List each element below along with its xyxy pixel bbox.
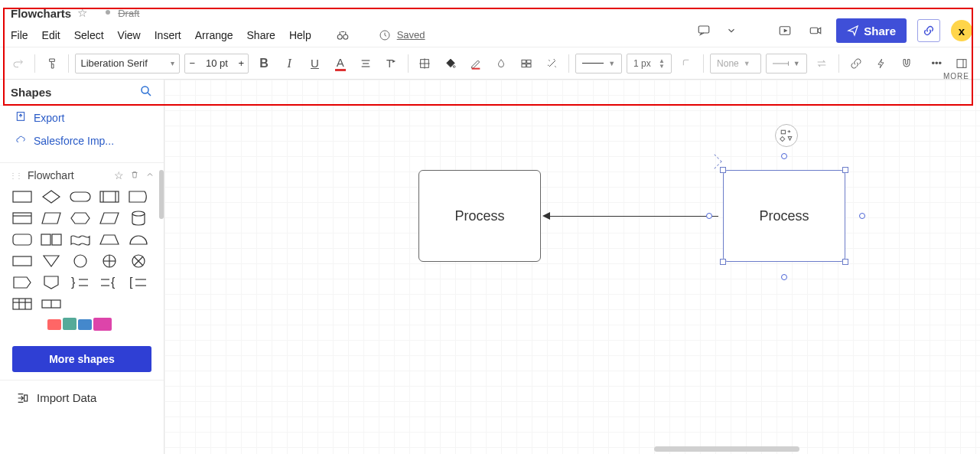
saved-status[interactable]: Saved [379,29,425,41]
line-width-select[interactable]: 1 px▲▼ [627,54,672,73]
chevron-up-icon[interactable] [145,169,155,181]
connection-handle-e[interactable] [859,213,865,219]
action-icon[interactable] [871,53,891,74]
video-icon[interactable] [806,21,825,41]
horizontal-scrollbar[interactable] [654,446,799,452]
canvas-shape-process-2[interactable]: Process [723,170,845,262]
font-size-increase[interactable]: + [234,57,248,69]
italic-button[interactable]: I [279,53,300,74]
menu-insert[interactable]: Insert [155,29,181,41]
section-flowchart[interactable]: ⋮⋮ Flowchart ☆ [0,163,164,186]
pin-icon[interactable]: ☆ [114,169,124,181]
link-icon[interactable] [845,53,866,74]
line-color-button[interactable] [465,53,486,74]
shape-table[interactable] [11,296,34,312]
shape-triangle-down[interactable] [40,253,63,269]
shape-brace-right[interactable]: } [69,275,92,290]
more-dots-icon[interactable]: ••• [926,53,947,74]
shape-frame-icon[interactable] [415,53,435,74]
shape-bracket[interactable]: [ [127,275,150,290]
shape-diamond[interactable] [40,189,63,204]
menu-help[interactable]: Help [289,29,311,41]
canvas-area[interactable]: Process Process [164,80,980,454]
shape-predefined[interactable] [98,189,121,204]
shape-sum[interactable] [98,253,121,269]
menu-file[interactable]: File [11,29,28,41]
magnet-icon[interactable] [896,53,917,74]
shape-tape[interactable] [69,232,92,247]
search-icon[interactable] [139,84,153,101]
sidebar-item-salesforce[interactable]: Salesforce Imp... [0,129,164,152]
font-size-stepper[interactable]: − 10 pt + [184,54,249,73]
shape-library-icon[interactable] [516,53,537,74]
line-style-select[interactable]: ▼ [575,54,622,73]
menu-view[interactable]: View [118,29,141,41]
shape-table2[interactable] [40,296,63,312]
opacity-icon[interactable] [490,53,511,74]
panel-toggle-icon[interactable] [952,53,972,74]
redo-icon[interactable] [8,53,28,74]
more-shapes-button[interactable]: More shapes [12,346,151,372]
menu-edit[interactable]: Edit [42,29,60,41]
shape-pentagon[interactable] [11,275,34,290]
bold-button[interactable]: B [253,53,274,74]
trash-icon[interactable] [130,169,139,181]
shape-circle[interactable] [69,253,92,269]
font-size-decrease[interactable]: − [185,57,199,69]
close-button[interactable]: x [951,20,972,41]
shape-brace-left[interactable]: { [98,275,121,290]
shape-card[interactable] [11,211,34,226]
connection-handle-n[interactable] [781,153,787,159]
menu-arrange[interactable]: Arrange [195,29,233,41]
selection-handle-ne[interactable] [842,167,848,173]
copy-link-button[interactable] [917,19,940,42]
shape-offpage[interactable] [40,275,63,290]
connector-line[interactable] [550,216,718,217]
shape-rectangle[interactable] [11,189,34,204]
shape-double-rect[interactable] [40,232,63,247]
shape-hexagon[interactable] [69,211,92,226]
shape-roundrect[interactable] [11,232,34,247]
import-data-button[interactable]: Import Data [0,380,164,415]
shape-terminator[interactable] [69,189,92,204]
comment-icon[interactable] [694,21,714,41]
magic-icon[interactable] [542,53,562,74]
underline-button[interactable]: U [304,53,325,74]
align-button[interactable] [355,53,376,74]
shape-trapezoid[interactable] [98,232,121,247]
doc-status[interactable]: Draft [118,8,139,19]
shape-action-bubble[interactable] [775,124,798,147]
connection-handle-s[interactable] [781,274,787,280]
selection-handle-se[interactable] [842,259,848,265]
shape-cylinder[interactable] [127,211,150,226]
swap-arrows-icon[interactable] [812,53,832,74]
corner-icon[interactable] [676,53,697,74]
shape-rect2[interactable] [11,253,34,269]
sidebar-item-export[interactable]: Export [0,106,164,129]
arrow-end-select[interactable]: ▼ [766,54,807,73]
shape-or[interactable] [127,253,150,269]
text-options-button[interactable]: T▸ [381,53,402,74]
drag-handle-icon[interactable]: ⋮⋮ [9,171,21,180]
fill-button[interactable] [440,53,461,74]
doc-title[interactable]: Flowcharts [11,7,71,20]
text-color-button[interactable]: A [330,53,350,74]
sidebar-scrollbar[interactable] [159,170,164,219]
canvas-shape-process-1[interactable]: Process [418,170,541,262]
arrow-start-select[interactable]: None▼ [710,54,761,73]
menu-share[interactable]: Share [247,29,275,41]
selection-handle-nw[interactable] [720,167,726,173]
shape-display[interactable] [127,189,150,204]
shape-halfcircle[interactable] [127,232,150,247]
format-painter-icon[interactable] [41,53,62,74]
share-button[interactable]: Share [836,18,907,43]
font-size-value[interactable]: 10 pt [199,57,234,69]
shape-data[interactable] [40,211,63,226]
font-family-select[interactable]: Liberation Serif [75,54,180,73]
connector-endpoint[interactable] [706,213,712,219]
binoculars-icon[interactable] [333,25,353,45]
shape-parallelogram[interactable] [98,211,121,226]
menu-select[interactable]: Select [74,29,104,41]
favorite-icon[interactable]: ☆ [77,6,87,20]
selection-handle-sw[interactable] [720,259,726,265]
